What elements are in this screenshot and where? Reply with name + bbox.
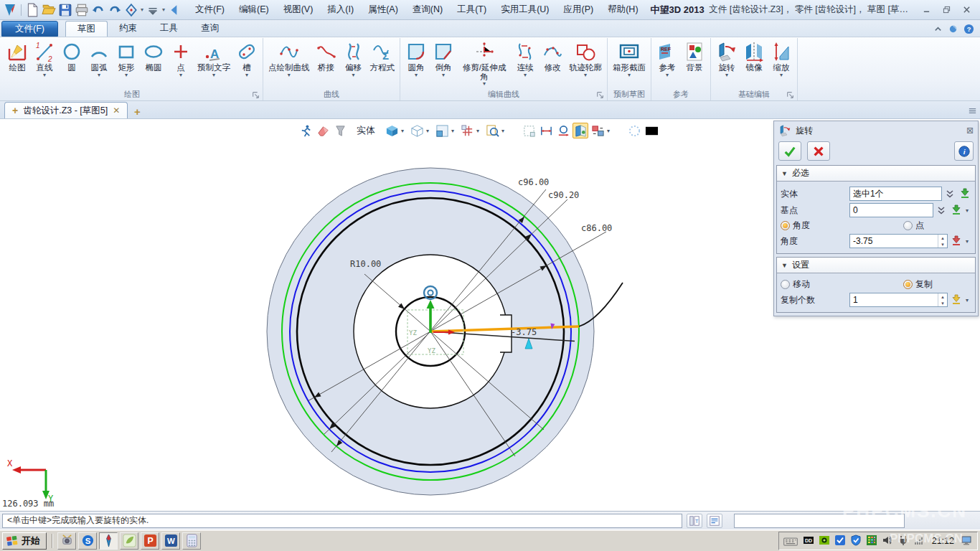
info-button[interactable]: i <box>954 141 974 161</box>
expand-list-icon[interactable] <box>936 205 948 215</box>
dropdown-icon[interactable]: ▾ <box>966 207 971 214</box>
notes-app-icon[interactable] <box>120 532 138 550</box>
dropdown-icon[interactable]: ▾ <box>212 72 215 79</box>
pick-copies-icon[interactable] <box>951 294 963 306</box>
ribbon-button-旋转[interactable]: 旋转▾ <box>713 39 740 88</box>
tab-close-icon[interactable]: ✕ <box>113 105 120 116</box>
power-plug-icon[interactable] <box>897 534 910 547</box>
ribbon-button-点[interactable]: 点▾ <box>167 39 194 88</box>
ribbon-button-缩放[interactable]: 缩放▾ <box>768 39 795 88</box>
dropdown-icon[interactable]: ▾ <box>725 72 728 79</box>
network-signal-icon[interactable] <box>913 534 925 547</box>
tab-sketch[interactable]: 草图 <box>65 21 108 37</box>
im-tray-icon[interactable] <box>834 534 847 547</box>
ribbon-button-倒角[interactable]: 倒角▾ <box>430 39 457 88</box>
dialog-launcher-icon[interactable] <box>786 91 794 99</box>
zw3d-taskbar-icon[interactable] <box>99 532 118 550</box>
ribbon-button-槽[interactable]: 槽▾ <box>233 39 260 88</box>
dropdown-icon[interactable]: ▾ <box>288 72 291 79</box>
menu-帮助(H)[interactable]: 帮助(H) <box>601 1 644 18</box>
menu-文件(F)[interactable]: 文件(F) <box>189 1 231 18</box>
color-swatch-black[interactable] <box>644 123 659 138</box>
menu-编辑(E)[interactable]: 编辑(E) <box>232 1 275 18</box>
collapse-ribbon-icon[interactable] <box>933 24 943 34</box>
file-menu-button[interactable]: 文件(F) <box>1 21 58 37</box>
new-tab-button[interactable]: + <box>128 104 146 118</box>
ribbon-button-圆弧[interactable]: 圆弧▾ <box>85 39 113 88</box>
ribbon-button-预制文字[interactable]: A预制文字▾ <box>194 39 233 88</box>
tab-inquire[interactable]: 查询 <box>189 21 230 37</box>
ribbon-button-矩形[interactable]: 矩形▾ <box>113 39 140 88</box>
grid-icon[interactable] <box>459 123 475 138</box>
section-view-icon[interactable] <box>434 123 450 138</box>
ribbon-button-桥接[interactable]: 桥接 <box>313 39 340 88</box>
screenshot-tool-icon[interactable] <box>57 532 76 550</box>
command-input[interactable] <box>734 514 905 528</box>
zoom-preview-icon[interactable] <box>484 123 500 138</box>
ribbon-button-绘图[interactable]: 绘图 <box>4 39 31 88</box>
antivirus-tray-icon[interactable] <box>850 534 862 547</box>
menu-视图(V)[interactable]: 视图(V) <box>277 1 320 18</box>
lasso-select-icon[interactable] <box>626 123 642 138</box>
ribbon-button-椭圆[interactable]: 椭圆 <box>140 39 167 88</box>
minimize-icon[interactable] <box>918 4 934 16</box>
tab-constraint[interactable]: 约束 <box>108 21 149 37</box>
ribbon-button-轨迹轮廓[interactable]: 轨迹轮廓▾ <box>566 39 605 88</box>
start-button[interactable]: 开始 <box>2 532 47 550</box>
collapse-icon[interactable] <box>167 3 182 17</box>
new-file-icon[interactable] <box>25 3 39 17</box>
dropdown-icon[interactable]: ▾ <box>162 6 165 13</box>
style-icon[interactable] <box>948 24 958 34</box>
pick-point-icon[interactable] <box>951 204 963 217</box>
menu-工具(T)[interactable]: 工具(T) <box>451 1 493 18</box>
dropdown-icon[interactable]: ▾ <box>476 128 483 134</box>
dialog-launcher-icon[interactable] <box>252 91 260 99</box>
ribbon-button-箱形截面[interactable]: 箱形截面▾ <box>610 39 649 88</box>
radial-dimension-icon[interactable] <box>555 123 571 138</box>
point-radio[interactable] <box>903 221 913 230</box>
ribbon-button-背景[interactable]: 背景 <box>681 39 708 88</box>
copy-radio[interactable] <box>903 280 913 289</box>
pick-angle-icon[interactable] <box>951 235 963 248</box>
copies-input[interactable] <box>850 293 938 306</box>
dropdown-icon[interactable]: ▾ <box>352 72 354 79</box>
browser-icon[interactable]: S <box>78 532 97 550</box>
menu-查询(N)[interactable]: 查询(N) <box>406 1 449 18</box>
dropdown-icon[interactable]: ▾ <box>666 72 669 79</box>
ribbon-button-修改[interactable]: 修改 <box>539 39 566 88</box>
angle-input[interactable] <box>850 235 938 248</box>
eraser-icon[interactable] <box>315 123 331 138</box>
ribbon-button-圆[interactable]: 圆 <box>58 39 85 88</box>
close-icon[interactable] <box>958 4 974 16</box>
dropdown-icon[interactable]: ▾ <box>245 72 248 79</box>
dropdown-icon[interactable]: ▾ <box>141 6 143 13</box>
base-point-input[interactable] <box>849 203 933 217</box>
wireframe-view-icon[interactable] <box>409 123 425 138</box>
rotate-view-icon[interactable] <box>124 3 138 17</box>
dropdown-icon[interactable]: ▾ <box>415 72 418 79</box>
dropdown-icon[interactable]: ▾ <box>483 81 486 87</box>
dialog-launcher-icon[interactable] <box>596 91 604 99</box>
status-filter-icon[interactable]: T <box>687 514 702 528</box>
dropdown-icon[interactable]: ▾ <box>607 128 613 134</box>
filter-icon[interactable] <box>332 123 348 138</box>
dropdown-icon[interactable]: ▾ <box>179 72 182 79</box>
dropdown-icon[interactable]: ▾ <box>628 72 631 79</box>
redo-icon[interactable] <box>108 3 122 17</box>
status-list-icon[interactable] <box>707 514 722 528</box>
exit-sketch-icon[interactable] <box>298 123 314 138</box>
save-icon[interactable] <box>58 3 72 17</box>
print-icon[interactable] <box>75 3 89 17</box>
undo-icon[interactable] <box>91 3 105 17</box>
ribbon-button-偏移[interactable]: 偏移▾ <box>340 39 367 88</box>
restore-icon[interactable] <box>938 4 954 16</box>
clock[interactable]: 21:12 <box>932 536 954 546</box>
angle-spinner[interactable]: ▲▼ <box>938 235 947 248</box>
menu-实用工具(U)[interactable]: 实用工具(U) <box>494 1 555 18</box>
active-sketch-toggle-icon[interactable] <box>573 123 588 138</box>
swap-entities-icon[interactable] <box>590 123 606 138</box>
tab-tools[interactable]: 工具 <box>149 21 189 37</box>
entity-input[interactable] <box>849 187 942 201</box>
nvidia-tray-icon[interactable] <box>819 534 831 547</box>
app-logo-icon[interactable] <box>3 3 17 17</box>
